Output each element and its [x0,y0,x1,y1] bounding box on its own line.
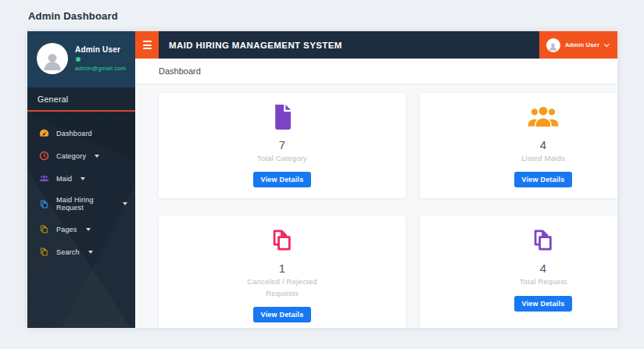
stat-card-listed-maids: 4 Listed Maids View Details [420,93,617,198]
sidebar-item-label: Maid [56,175,72,183]
caret-down-icon [88,251,93,254]
app-title: MAID HIRING MANAGEMENT SYSTEM [169,41,342,50]
sidebar-item-label: Maid Hiring Request [56,196,114,212]
view-details-button[interactable]: View Details [514,172,573,187]
view-details-button[interactable]: View Details [253,172,312,187]
online-status-dot [76,57,80,62]
sidebar: Admin User admin@gmail.com General Dashb… [27,31,135,328]
stats-card-grid: 7 Total Category View Details 4 Listed M… [159,93,598,328]
content-area: 7 Total Category View Details 4 Listed M… [135,84,617,328]
admin-user-label: Admin User [565,41,599,48]
stat-card-total-category: 7 Total Category View Details [159,93,406,198]
card-label: Canceled / Rejected Requests [246,276,318,299]
card-value: 7 [165,138,399,151]
sidebar-item-label: Search [56,248,80,256]
caret-down-icon [95,155,99,158]
dashboard-icon [38,128,49,138]
user-name: Admin User [75,45,126,54]
user-avatar-small [546,38,560,52]
view-details-button[interactable]: View Details [514,296,573,312]
stat-card-canceled-rejected: 1 Canceled / Rejected Requests View Deta… [159,216,406,328]
card-value: 1 [165,262,399,275]
app-window: Admin User admin@gmail.com General Dashb… [27,31,617,328]
clone-icon [165,227,399,256]
breadcrumb: Dashboard [159,66,201,76]
file-icon [165,104,399,133]
search-icon [38,247,49,257]
admin-user-button[interactable]: Admin User [539,31,617,59]
sidebar-section-label: General [27,87,135,112]
sidebar-profile: Admin User admin@gmail.com [27,31,135,87]
chevron-down-icon [604,41,610,47]
clone-icon [426,227,617,256]
caret-down-icon [86,228,91,231]
sidebar-item-search[interactable]: Search [27,240,135,263]
request-icon [38,199,49,209]
page-title: Admin Dashboard [28,10,118,22]
card-value: 4 [426,262,617,275]
sidebar-menu: Dashboard Category Maid Maid Hiring Requ… [27,112,135,273]
card-label: Total Category [246,153,318,164]
sidebar-item-maid-hiring-request[interactable]: Maid Hiring Request [27,190,135,218]
main-area: MAID HIRING MANAGEMENT SYSTEM Admin User… [135,31,617,328]
menu-toggle-button[interactable] [135,31,159,59]
sidebar-item-label: Pages [56,226,77,233]
sidebar-item-dashboard[interactable]: Dashboard [27,122,135,144]
breadcrumb-bar: Dashboard [135,59,617,84]
top-navbar: MAID HIRING MANAGEMENT SYSTEM Admin User [135,31,617,59]
users-icon [426,104,617,133]
card-value: 4 [426,138,617,151]
user-avatar [37,43,68,74]
user-email: admin@gmail.com [75,65,126,72]
person-icon [548,41,558,52]
sidebar-item-label: Dashboard [56,130,92,137]
caret-down-icon [80,177,85,180]
sidebar-item-label: Category [56,152,86,160]
pages-icon [38,224,49,234]
person-icon [41,49,64,73]
hamburger-icon [143,41,152,42]
category-icon [38,151,49,161]
card-label: Listed Maids [507,153,579,164]
sidebar-item-maid[interactable]: Maid [27,167,135,190]
view-details-button[interactable]: View Details [253,307,312,322]
stat-card-total-request: 4 Total Request View Details [420,216,617,328]
card-label: Total Request [507,276,579,287]
sidebar-item-pages[interactable]: Pages [27,218,135,240]
maid-icon [38,173,49,183]
caret-down-icon [123,202,127,205]
sidebar-item-category[interactable]: Category [27,144,135,167]
